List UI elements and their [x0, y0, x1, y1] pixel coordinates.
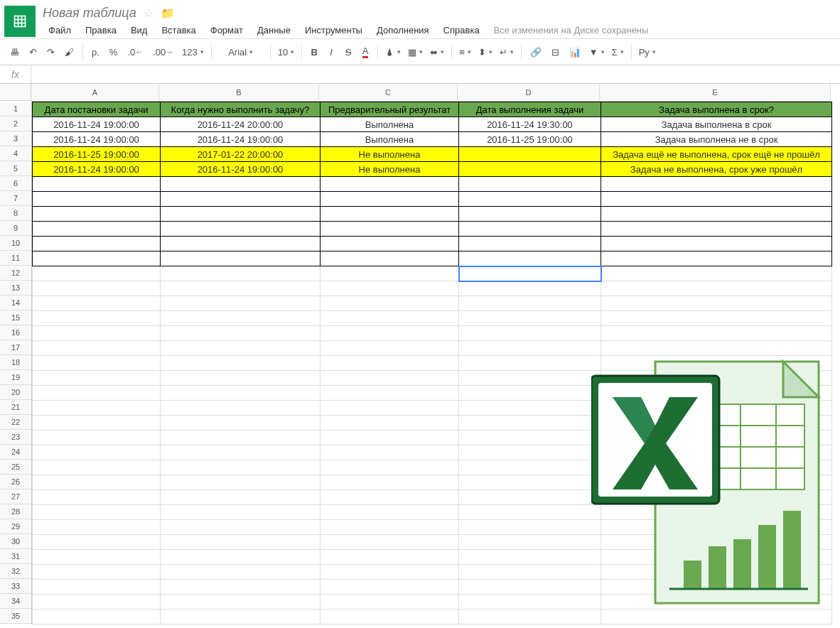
row-header[interactable]: 21: [0, 400, 31, 415]
menu-help[interactable]: Справка: [438, 22, 485, 38]
cell[interactable]: 2016-11-24 19:00:00: [33, 162, 161, 177]
cell[interactable]: 2017-01-22 20:00:00: [161, 147, 321, 162]
cell[interactable]: [321, 595, 459, 610]
merge-button[interactable]: ⬌: [427, 43, 447, 60]
cell[interactable]: [321, 341, 459, 356]
cell[interactable]: [601, 565, 832, 580]
cell[interactable]: [459, 222, 601, 237]
cell[interactable]: [33, 281, 161, 296]
cell[interactable]: [459, 237, 601, 251]
cell[interactable]: [459, 610, 601, 624]
cell[interactable]: [161, 416, 321, 431]
row-header[interactable]: 20: [0, 385, 31, 400]
text-color-button[interactable]: A: [357, 43, 373, 60]
cell[interactable]: [161, 192, 321, 207]
row-header[interactable]: 22: [0, 415, 31, 430]
cell[interactable]: [601, 490, 832, 505]
cell[interactable]: [459, 460, 601, 475]
cell[interactable]: [321, 356, 459, 371]
menu-view[interactable]: Вид: [125, 22, 154, 38]
row-header[interactable]: 27: [0, 489, 31, 504]
cell[interactable]: [601, 311, 832, 326]
row-header[interactable]: 6: [0, 176, 31, 191]
row-header[interactable]: 28: [0, 504, 31, 519]
cell[interactable]: [161, 266, 321, 281]
cell[interactable]: [33, 445, 161, 460]
cell[interactable]: [601, 580, 832, 595]
cell[interactable]: [459, 535, 601, 550]
row-header[interactable]: 30: [0, 534, 31, 549]
row-header[interactable]: 7: [0, 191, 31, 206]
cell[interactable]: 2016-11-24 19:00:00: [161, 132, 321, 147]
cell[interactable]: [321, 445, 459, 460]
menu-addons[interactable]: Дополнения: [371, 22, 435, 38]
cell[interactable]: Предварительный результат: [321, 102, 459, 117]
fill-color-button[interactable]: 🌢: [382, 43, 404, 60]
cell[interactable]: [459, 416, 601, 431]
cell[interactable]: [459, 371, 601, 386]
col-header-c[interactable]: C: [319, 84, 458, 101]
row-header[interactable]: 1: [0, 102, 31, 117]
currency-button[interactable]: р.: [87, 43, 104, 60]
cell[interactable]: [321, 207, 459, 222]
row-header[interactable]: 10: [0, 236, 31, 251]
cell[interactable]: [459, 296, 601, 311]
cell[interactable]: [321, 222, 459, 237]
cell[interactable]: [321, 550, 459, 565]
cell[interactable]: [459, 580, 601, 595]
cell[interactable]: [459, 356, 601, 371]
cell[interactable]: [459, 505, 601, 520]
row-header[interactable]: 12: [0, 266, 31, 281]
cell[interactable]: Задача ещё не выполнена, срок ещё не про…: [601, 147, 832, 162]
cell[interactable]: 2016-11-24 19:30:00: [459, 117, 601, 132]
cell[interactable]: [33, 251, 161, 266]
cell[interactable]: [459, 401, 601, 416]
row-header[interactable]: 33: [0, 579, 31, 594]
row-header[interactable]: 13: [0, 281, 31, 296]
font-size-dropdown[interactable]: 10: [275, 43, 297, 60]
cell[interactable]: [33, 550, 161, 565]
cell[interactable]: [161, 595, 321, 610]
cell[interactable]: [321, 237, 459, 251]
cell[interactable]: Не выполнена: [321, 162, 459, 177]
cell[interactable]: [321, 311, 459, 326]
cell[interactable]: [33, 460, 161, 475]
cell[interactable]: [161, 311, 321, 326]
cell[interactable]: [161, 401, 321, 416]
cell[interactable]: [459, 386, 601, 401]
row-header[interactable]: 31: [0, 549, 31, 564]
cell[interactable]: [459, 147, 601, 162]
cell[interactable]: [321, 460, 459, 475]
cell[interactable]: Дата выполнения задачи: [459, 102, 601, 117]
cell[interactable]: [161, 356, 321, 371]
cell[interactable]: [161, 431, 321, 445]
cell[interactable]: [321, 416, 459, 431]
cell[interactable]: 2016-11-24 20:00:00: [161, 117, 321, 132]
cell[interactable]: [601, 550, 832, 565]
cell[interactable]: [459, 550, 601, 565]
cell[interactable]: [321, 520, 459, 535]
decrease-decimal-button[interactable]: .0←: [123, 43, 147, 60]
cell[interactable]: [33, 565, 161, 580]
cell[interactable]: [459, 475, 601, 490]
cell[interactable]: [161, 251, 321, 266]
formula-input[interactable]: [31, 65, 840, 83]
cell[interactable]: [601, 251, 832, 266]
cell[interactable]: [321, 296, 459, 311]
cell[interactable]: [459, 431, 601, 445]
cell[interactable]: [321, 251, 459, 266]
cell[interactable]: [601, 266, 832, 281]
menu-data[interactable]: Данные: [252, 22, 296, 38]
menu-format[interactable]: Формат: [205, 22, 249, 38]
cell[interactable]: 2016-11-24 19:00:00: [33, 132, 161, 147]
cell[interactable]: [33, 371, 161, 386]
cell[interactable]: [33, 266, 161, 281]
row-header[interactable]: 2: [0, 117, 31, 131]
cell[interactable]: [459, 207, 601, 222]
cell[interactable]: [601, 296, 832, 311]
row-header[interactable]: 29: [0, 519, 31, 534]
cell[interactable]: [321, 192, 459, 207]
cell[interactable]: [601, 177, 832, 192]
cell[interactable]: [459, 192, 601, 207]
row-header[interactable]: 19: [0, 370, 31, 385]
